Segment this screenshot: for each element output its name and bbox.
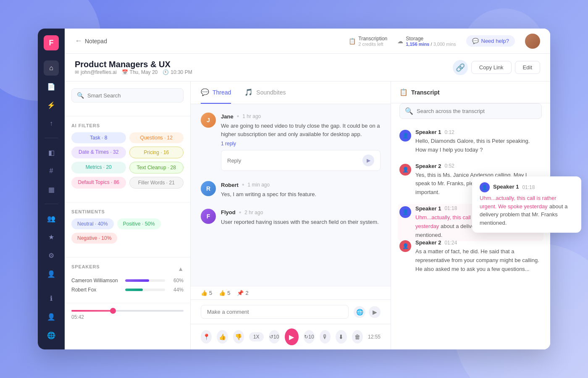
progress-bar[interactable]	[71, 310, 184, 312]
tab-soundbites-label: Soundbites	[256, 89, 286, 96]
speaker-bar-cameron	[125, 279, 149, 282]
thumbsdown-btn[interactable]: 👎	[233, 330, 244, 344]
sidebar-item-lightning[interactable]: ⚡	[44, 97, 59, 113]
sentiment-positive[interactable]: Positive · 50%	[117, 218, 161, 229]
back-button[interactable]: ← Notepad	[75, 37, 107, 45]
transcription-label: Transcription	[358, 36, 387, 42]
speaker-pct-robert: 44%	[168, 287, 184, 293]
storage-total: 3,000 mins	[433, 42, 456, 47]
comment-actions: 🌐 ▶	[354, 306, 381, 318]
sentiment-grid: Neutral · 40% Positive · 50% Negative · …	[71, 218, 184, 244]
filter-default-topics[interactable]: Default Topics · 86	[71, 177, 126, 189]
transcript-speaker-icon-1: 👤	[399, 130, 411, 142]
filter-date-times[interactable]: Date & Times · 32	[71, 147, 126, 158]
filter-questions[interactable]: Questions · 12	[129, 132, 184, 143]
speaker-name-cameron: Cameron Williamson	[71, 278, 122, 284]
mic-btn[interactable]: 🎙	[320, 330, 331, 344]
sidebar-item-home[interactable]: ⌂	[44, 60, 59, 76]
reaction-pin[interactable]: 📌 2	[237, 290, 248, 296]
speaker-bar-robert-container	[125, 289, 165, 291]
page-email: john@fireflies.ai	[81, 69, 117, 75]
sidebar-item-upload[interactable]: ↑	[44, 116, 59, 131]
smart-search-box: 🔍	[71, 88, 184, 102]
tabs: 💬 Thread 🎵 Soundbites	[191, 81, 391, 104]
smart-search-icon: 🔍	[77, 92, 84, 99]
tooltip-time: 01:18	[522, 184, 535, 190]
progress-thumb	[110, 308, 116, 314]
tooltip-speaker: Speaker 1	[493, 184, 519, 190]
thread-body-robert: Robert • 1 min ago Yes, I am writing a s…	[221, 181, 381, 199]
transcription-meta: 📋 Transcription 2 credits left	[349, 36, 387, 47]
speed-button[interactable]: 1X	[249, 332, 264, 341]
transcript-header-icon: 📋	[399, 88, 408, 96]
filter-metrics[interactable]: Metrics · 20	[71, 162, 126, 173]
thread-icon: 💬	[201, 88, 209, 96]
forward-btn[interactable]: ↻10	[304, 330, 315, 344]
thread-time-jane: 1 hr ago	[242, 113, 261, 119]
transcript-search-box: 🔍	[399, 103, 542, 119]
ai-filters-title: AI FILTERS	[71, 123, 184, 128]
sentiments-section: SENTIMENTS Neutral · 40% Positive · 50% …	[65, 202, 190, 257]
smart-search-input[interactable]	[87, 92, 178, 99]
filter-filler-words[interactable]: Filler Words · 21	[129, 177, 184, 189]
ts-time-2: 0:52	[444, 163, 454, 169]
rewind-btn[interactable]: ↺10	[269, 330, 280, 344]
tab-soundbites[interactable]: 🎵 Soundbites	[244, 81, 286, 104]
storage-meta: ☁ Storage 1,156 mins / 3,000 mins	[397, 36, 456, 47]
reply-link-jane[interactable]: 1 reply	[221, 141, 381, 147]
thumbsup-btn[interactable]: 👍	[217, 330, 228, 344]
reaction-thumbsup[interactable]: 👍 5	[201, 290, 212, 296]
download-btn[interactable]: ⬇	[336, 330, 346, 344]
play-button[interactable]: ▶	[285, 328, 299, 345]
sidebar-item-people[interactable]: 👥	[44, 211, 59, 226]
collapse-icon[interactable]: ▲	[178, 265, 184, 272]
sidebar-item-settings[interactable]: ⚙	[44, 248, 59, 263]
ts-text-1: Hello, Diamonds Galore, this is Peter sp…	[415, 137, 542, 155]
sidebar-item-user[interactable]: 👤	[44, 266, 59, 281]
page-time-meta: 🕙 10:30 PM	[163, 69, 192, 75]
filter-pricing[interactable]: Pricing · 16	[129, 147, 184, 158]
thread-time-robert: 1 min ago	[248, 182, 270, 188]
need-help-button[interactable]: 💬 Need help?	[466, 35, 515, 47]
transcript-search-icon: 🔍	[405, 107, 413, 115]
sidebar-item-documents[interactable]: 📄	[44, 79, 59, 94]
copy-link-button[interactable]: Copy Link	[471, 61, 512, 74]
comment-send-btn[interactable]: ▶	[369, 306, 381, 318]
bookmark-btn[interactable]: 📍	[201, 330, 212, 344]
filter-task[interactable]: Task · 8	[71, 132, 126, 143]
comment-globe-btn[interactable]: 🌐	[354, 306, 365, 318]
page-date: Thu, May 20	[130, 69, 158, 75]
delete-btn[interactable]: 🗑	[352, 330, 363, 344]
edit-button[interactable]: Edit	[515, 61, 540, 74]
transcript-body-4: Speaker 2 01:24 As a matter of fact, he …	[415, 239, 542, 273]
sidebar-item-info[interactable]: ℹ	[44, 291, 59, 306]
sentiments-title: SENTIMENTS	[71, 209, 184, 214]
sidebar-item-globe[interactable]: 🌐	[44, 328, 59, 343]
sentiment-negative[interactable]: Negative · 10%	[71, 233, 117, 244]
reply-input-jane[interactable]	[227, 158, 359, 164]
sidebar-item-chart[interactable]: ▦	[44, 182, 59, 197]
transcript-search-input[interactable]	[417, 108, 536, 114]
filter-text-cleanup[interactable]: Text Cleanup · 28	[129, 162, 184, 173]
sidebar-item-layers[interactable]: ◧	[44, 145, 59, 160]
avatar-robert: R	[201, 181, 216, 196]
sidebar-item-add-user[interactable]: 👤	[44, 309, 59, 324]
sidebar-item-hash[interactable]: #	[44, 163, 59, 178]
send-reply-jane[interactable]: ▶	[362, 155, 374, 166]
comment-input[interactable]	[201, 305, 349, 319]
transcription-credits: 2 credits left	[358, 42, 387, 47]
sidebar-item-star[interactable]: ★	[44, 229, 59, 244]
transcription-info: Transcription 2 credits left	[358, 36, 387, 47]
progress-bar-fill	[71, 310, 113, 312]
user-avatar[interactable]	[525, 34, 540, 49]
share-icon-btn[interactable]: 🔗	[453, 60, 468, 75]
tab-thread[interactable]: 💬 Thread	[201, 81, 231, 104]
header-actions: 🔗 Copy Link Edit	[453, 60, 540, 75]
left-panel: 🔍 AI FILTERS Task · 8 Questions · 12 Dat…	[65, 81, 191, 349]
page-email-meta: ✉ john@fireflies.ai	[75, 69, 117, 75]
reaction-thumbsdown[interactable]: 👍 5	[219, 290, 230, 296]
pin-emoji: 📌	[237, 290, 244, 296]
ts-time-1: 0:12	[444, 129, 454, 135]
sentiment-neutral[interactable]: Neutral · 40%	[71, 218, 114, 229]
app-logo[interactable]: F	[44, 35, 59, 50]
